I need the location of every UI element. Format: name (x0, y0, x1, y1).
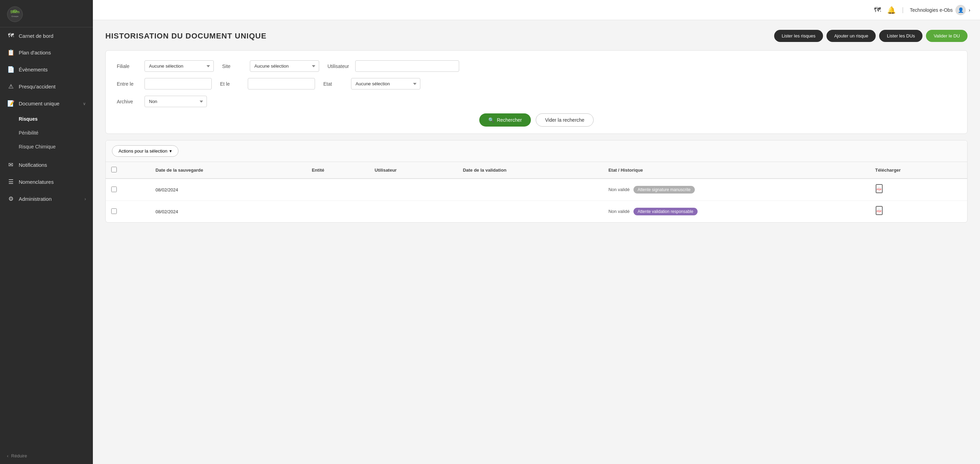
avatar: 👤 (955, 5, 966, 15)
sidebar-item-label: Plan d'actions (19, 49, 51, 56)
utilisateur-input[interactable] (355, 61, 459, 72)
et-le-input[interactable] (248, 78, 315, 89)
sidebar-logo: Séen Groupe (0, 0, 93, 27)
sidebar-item-label: Évènements (19, 67, 48, 72)
filter-card: Filiale Aucune sélection Site Aucune sél… (105, 50, 967, 134)
filiale-select[interactable]: Aucune sélection (145, 61, 214, 72)
row-date-validation (457, 201, 603, 223)
col-date-validation: Date de la validation (457, 162, 603, 179)
sidebar: Séen Groupe 🗺 Carnet de bord 📋 Plan d'ac… (0, 0, 93, 464)
header-actions: Lister les risques Ajouter un risque Lis… (774, 30, 967, 42)
filter-row-1: Filiale Aucune sélection Site Aucune sél… (117, 61, 956, 72)
status-badge: Attente validation responsable (633, 208, 698, 215)
page-title: HISTORISATION DU DOCUMENT UNIQUE (105, 32, 266, 41)
mail-icon: ✉ (7, 161, 14, 169)
row-utilisateur (369, 179, 457, 201)
sidebar-sub-item-risques[interactable]: Risques (0, 112, 93, 126)
page-content: HISTORISATION DU DOCUMENT UNIQUE Lister … (93, 20, 980, 464)
row-etat: Non validé Attente validation responsabl… (603, 201, 870, 223)
user-name: Technologies e-Obs (910, 7, 953, 13)
sidebar-item-notifications[interactable]: ✉ Notifications (0, 156, 93, 174)
site-label: Site (222, 64, 247, 69)
row-entite (306, 179, 369, 201)
svg-text:Groupe: Groupe (11, 15, 19, 18)
select-all-checkbox[interactable] (111, 167, 117, 172)
table-toolbar: Actions pour la sélection ▾ (106, 140, 967, 162)
sidebar-item-label: Carnet de bord (19, 33, 53, 39)
pdf-download-icon[interactable]: PDF (875, 209, 885, 217)
site-group: Site Aucune sélection (222, 61, 319, 72)
entre-le-label: Entre le (117, 81, 141, 87)
row-checkbox-0[interactable] (111, 187, 117, 192)
entre-le-input[interactable] (145, 78, 212, 89)
add-risk-button[interactable]: Ajouter un risque (826, 30, 876, 42)
table-row: 08/02/2024 Non validé Attente validation… (106, 201, 967, 223)
sidebar-item-carnet[interactable]: 🗺 Carnet de bord (0, 27, 93, 44)
map-icon: 🗺 (7, 32, 14, 39)
chevron-down-icon: ▾ (169, 148, 172, 154)
row-checkbox-1[interactable] (111, 209, 117, 214)
row-telecharger: PDF (869, 179, 967, 201)
collapse-label: Réduire (11, 453, 27, 458)
row-utilisateur (369, 201, 457, 223)
list-risks-button[interactable]: Lister les risques (774, 30, 823, 42)
archive-group: Archive Non Oui (117, 96, 207, 107)
sidebar-item-label: Nomenclatures (19, 179, 54, 185)
archive-select[interactable]: Non Oui (145, 96, 207, 107)
table-row: 08/02/2024 Non validé Attente signature … (106, 179, 967, 201)
user-menu[interactable]: Technologies e-Obs 👤 › (910, 5, 970, 15)
collapse-icon: ‹ (7, 453, 8, 458)
sub-item-label: Risques (19, 116, 37, 122)
actions-select-button[interactable]: Actions pour la sélection ▾ (112, 145, 178, 157)
sidebar-sub-item-penibilite[interactable]: Pénibilité (0, 126, 93, 140)
row-checkbox-cell (106, 179, 150, 201)
sidebar-collapse-button[interactable]: ‹ Réduire (0, 448, 93, 464)
row-telecharger: PDF (869, 201, 967, 223)
clear-button[interactable]: Vider la recherche (536, 113, 593, 127)
sidebar-item-evenements[interactable]: 📄 Évènements (0, 61, 93, 78)
chevron-right-icon: › (84, 197, 86, 201)
gear-icon: ⚙ (7, 195, 14, 203)
etat-select[interactable]: Aucune sélection (351, 78, 420, 89)
et-le-group: Et le (220, 78, 315, 89)
table-section: Actions pour la sélection ▾ Date de la s… (105, 140, 967, 223)
site-select[interactable]: Aucune sélection (250, 61, 319, 72)
sidebar-item-document-unique[interactable]: 📝 Document unique ∨ (0, 95, 93, 112)
col-etat-historique: Etat / Historique (603, 162, 870, 179)
sidebar-item-presquaccident[interactable]: ⚠ Presqu'accident (0, 78, 93, 95)
etat-label: Etat (323, 81, 348, 87)
status-badge: Attente signature manuscrite (633, 186, 695, 193)
sidebar-item-label: Notifications (19, 162, 47, 168)
col-utilisateur: Utilisateur (369, 162, 457, 179)
row-checkbox-cell (106, 201, 150, 223)
row-date-sauvegarde: 08/02/2024 (150, 179, 306, 201)
main-area: 🗺 🔔 | Technologies e-Obs 👤 › HISTORISATI… (93, 0, 980, 464)
bell-icon[interactable]: 🔔 (887, 6, 896, 14)
sidebar-item-label: Document unique (19, 100, 60, 107)
sidebar-sub-item-risque-chimique[interactable]: Risque Chimique (0, 140, 93, 154)
col-checkbox (106, 162, 150, 179)
svg-text:PDF: PDF (877, 210, 882, 212)
sidebar-item-administration[interactable]: ⚙ Administration › (0, 190, 93, 207)
table-header-row: Date de la sauvegarde Entité Utilisateur… (106, 162, 967, 179)
validate-du-button[interactable]: Valider le DU (926, 30, 967, 42)
filiale-group: Filiale Aucune sélection (117, 61, 214, 72)
sidebar-item-label: Administration (19, 196, 52, 202)
list-du-button[interactable]: Lister les DUs (879, 30, 923, 42)
divider: | (902, 6, 904, 14)
map-topbar-icon[interactable]: 🗺 (874, 6, 881, 14)
list-icon: ☰ (7, 178, 14, 185)
col-telecharger: Télécharger (869, 162, 967, 179)
sidebar-item-nomenclatures[interactable]: ☰ Nomenclatures (0, 174, 93, 190)
archive-label: Archive (117, 99, 141, 104)
filter-row-3: Archive Non Oui (117, 96, 956, 107)
svg-point-0 (7, 6, 22, 22)
svg-text:Séen: Séen (10, 10, 20, 14)
sidebar-item-plan[interactable]: 📋 Plan d'actions (0, 44, 93, 61)
col-entite: Entité (306, 162, 369, 179)
page-header: HISTORISATION DU DOCUMENT UNIQUE Lister … (105, 30, 967, 42)
search-button[interactable]: 🔍 Rechercher (479, 113, 531, 127)
sub-item-label: Risque Chimique (19, 144, 56, 150)
utilisateur-group: Utilisateur (328, 61, 459, 72)
pdf-download-icon[interactable]: PDF (875, 187, 885, 195)
